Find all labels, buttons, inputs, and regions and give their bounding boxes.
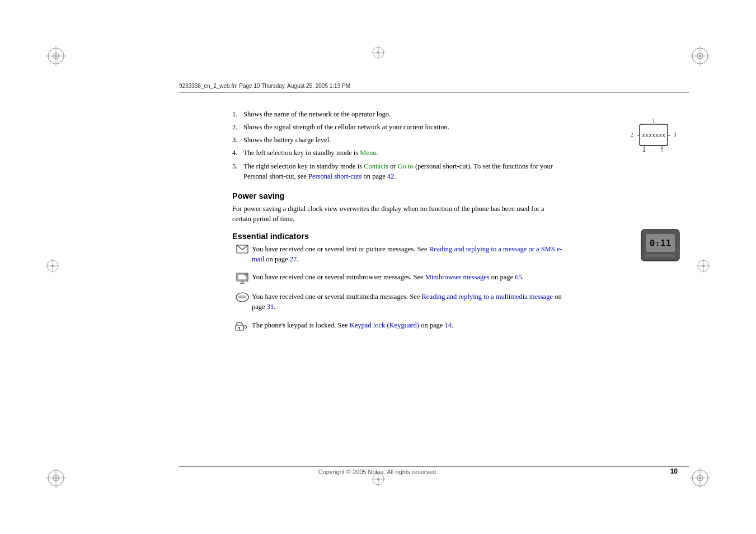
footer-copyright: Copyright © 2005 Nokia. All rights reser… bbox=[0, 469, 756, 475]
envelope-icon bbox=[232, 244, 252, 254]
contacts-link[interactable]: Contacts bbox=[364, 162, 388, 170]
list-text-2: Shows the signal strength of the cellula… bbox=[243, 122, 562, 132]
side-mark-left bbox=[45, 258, 60, 276]
list-num-2: 2. bbox=[232, 122, 243, 132]
svg-point-14 bbox=[55, 477, 57, 479]
page-31-link[interactable]: 31 bbox=[267, 303, 274, 311]
bottom-separator bbox=[179, 466, 689, 467]
svg-text:0: 0 bbox=[244, 324, 247, 330]
indicator-row-1: You have received one or several text or… bbox=[232, 244, 562, 264]
svg-rect-51 bbox=[646, 254, 675, 257]
svg-text:3: 3 bbox=[674, 132, 677, 138]
file-info: 9233338_en_2_web.fm Page 10 Thursday, Au… bbox=[179, 83, 350, 89]
svg-point-31 bbox=[377, 51, 379, 54]
page-27-link[interactable]: 27 bbox=[290, 255, 297, 263]
minibrowser-icon bbox=[232, 272, 252, 284]
list-num-3: 3. bbox=[232, 135, 243, 145]
svg-point-62 bbox=[238, 327, 240, 329]
svg-text:xxxxxxx: xxxxxxx bbox=[642, 132, 665, 138]
list-text-3: Shows the battery charge level. bbox=[243, 135, 562, 145]
list-text-1: Shows the name of the network or the ope… bbox=[243, 109, 562, 119]
page-14-link[interactable]: 14 bbox=[445, 321, 452, 329]
keypad-lock-icon: 0 bbox=[232, 320, 252, 331]
power-saving-body: For power saving a digital clock view ov… bbox=[232, 204, 562, 224]
list-item-5: 5. The right selection key in standby mo… bbox=[232, 161, 562, 181]
indicator-row-2: You have received one or several minibro… bbox=[232, 272, 562, 284]
indicator-text-2: You have received one or several minibro… bbox=[252, 272, 562, 282]
list-num-5: 5. bbox=[232, 161, 243, 181]
top-separator bbox=[179, 92, 689, 93]
list-item-1: 1. Shows the name of the network or the … bbox=[232, 109, 562, 119]
svg-point-58 bbox=[236, 293, 248, 302]
keypad-lock-link[interactable]: Keypad lock (Keyguard) bbox=[350, 321, 419, 329]
svg-text:2: 2 bbox=[631, 132, 633, 138]
svg-point-27 bbox=[702, 265, 705, 267]
indicator-row-4: 0 The phone's keypad is locked. See Keyp… bbox=[232, 320, 562, 331]
indicator-text-4: The phone's keypad is locked. See Keypad… bbox=[252, 320, 562, 330]
menu-link[interactable]: Menu bbox=[360, 149, 376, 157]
corner-mark-tl bbox=[45, 45, 67, 67]
minibrowser-link[interactable]: Minibrowser messages bbox=[425, 273, 490, 281]
list-text-5: The right selection key in standby mode … bbox=[243, 161, 562, 181]
svg-rect-54 bbox=[238, 274, 247, 280]
list-text-4: The left selection key in standby mode i… bbox=[243, 148, 562, 158]
list-item-3: 3. Shows the battery charge level. bbox=[232, 135, 562, 145]
page-42-link[interactable]: 42 bbox=[387, 172, 395, 180]
main-content: 1. Shows the name of the network or the … bbox=[232, 109, 562, 339]
personal-shortcuts-link[interactable]: Personal short-cuts bbox=[308, 172, 361, 180]
essential-indicators-heading: Essential indicators bbox=[232, 232, 562, 241]
reading-mms-link[interactable]: Reading and replying to a multimedia mes… bbox=[422, 293, 553, 301]
list-num-1: 1. bbox=[232, 109, 243, 119]
side-mark-top bbox=[370, 45, 386, 63]
essential-indicators-section: Essential indicators You have received o… bbox=[232, 232, 562, 331]
multimedia-icon bbox=[232, 292, 252, 303]
svg-point-9 bbox=[699, 55, 701, 57]
indicator-text-3: You have received one or several multime… bbox=[252, 292, 562, 312]
list-item-2: 2. Shows the signal strength of the cell… bbox=[232, 122, 562, 132]
numbered-list: 1. Shows the name of the network or the … bbox=[232, 109, 562, 181]
clock-image: 0:11 bbox=[640, 228, 680, 262]
svg-point-19 bbox=[699, 477, 701, 479]
side-mark-right bbox=[696, 258, 711, 276]
corner-mark-tr bbox=[689, 45, 711, 67]
page-65-link[interactable]: 65 bbox=[515, 273, 522, 281]
indicator-row-3: You have received one or several multime… bbox=[232, 292, 562, 312]
page-number: 10 bbox=[670, 467, 678, 475]
reading-sms-link[interactable]: Reading and replying to a message or a S… bbox=[252, 245, 562, 263]
svg-text:1: 1 bbox=[652, 118, 655, 124]
power-saving-heading: Power saving bbox=[232, 191, 562, 200]
phone-diagram: xxxxxxx 1 2 3 4 5 bbox=[627, 118, 680, 162]
power-saving-section: Power saving For power saving a digital … bbox=[232, 191, 562, 224]
svg-point-35 bbox=[377, 478, 379, 480]
page: 9233338_en_2_web.fm Page 10 Thursday, Au… bbox=[0, 0, 756, 534]
svg-point-4 bbox=[55, 55, 57, 57]
indicator-text-1: You have received one or several text or… bbox=[252, 244, 562, 264]
list-num-4: 4. bbox=[232, 148, 243, 158]
svg-point-23 bbox=[51, 265, 54, 267]
goto-link[interactable]: Go to bbox=[398, 162, 414, 170]
svg-text:0:11: 0:11 bbox=[650, 238, 672, 249]
list-item-4: 4. The left selection key in standby mod… bbox=[232, 148, 562, 158]
